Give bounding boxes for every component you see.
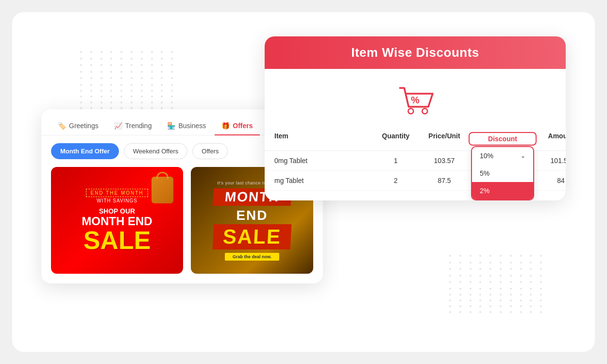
filter-offers[interactable]: Offers bbox=[192, 143, 228, 159]
promo1-bag bbox=[152, 177, 173, 203]
greetings-icon: 🏷️ bbox=[58, 122, 66, 130]
dots-bottom-right: const dbr = document.querySelector('.dot… bbox=[449, 255, 546, 313]
table-body: 0mg Tablet 1 103.57 10% ⌄ 5% bbox=[265, 151, 566, 191]
page-container: const dtl = document.querySelector('.dot… bbox=[12, 12, 595, 352]
tab-greetings[interactable]: 🏷️ Greetings bbox=[51, 117, 105, 135]
discounts-header: Item Wise Discounts bbox=[265, 36, 566, 69]
trending-icon: 📈 bbox=[114, 122, 122, 130]
table-row: 0mg Tablet 1 103.57 10% ⌄ 5% bbox=[265, 151, 566, 171]
td-item-2: mg Tablet bbox=[274, 177, 371, 184]
filter-weekend[interactable]: Weekend Offers bbox=[124, 143, 187, 159]
th-amount: Amount bbox=[537, 132, 566, 146]
discounts-card: Item Wise Discounts % Item Quantity Pric… bbox=[265, 36, 566, 200]
promo2-line4: SALE bbox=[213, 224, 292, 249]
table-area: Item Quantity Price/Unit Discount Amount… bbox=[265, 127, 566, 200]
svg-point-0 bbox=[408, 109, 414, 114]
business-icon: 🏪 bbox=[167, 122, 175, 130]
promo1-line3: SHOP OUR bbox=[82, 207, 152, 215]
discounts-title: Item Wise Discounts bbox=[351, 45, 479, 60]
td-item-1: 0mg Tablet bbox=[274, 157, 371, 165]
svg-text:%: % bbox=[411, 95, 420, 105]
th-price-unit: Price/Unit bbox=[420, 132, 469, 146]
offers-icon: 🎁 bbox=[221, 122, 230, 130]
discount-option-10[interactable]: 10% ⌄ bbox=[472, 147, 533, 165]
tab-business[interactable]: 🏪 Business bbox=[160, 117, 213, 135]
promo1-bag-handle bbox=[156, 172, 169, 179]
cart-discount-icon: % bbox=[393, 81, 437, 119]
promo1-line5: SALE bbox=[82, 228, 152, 253]
discount-option-2[interactable]: 2% bbox=[472, 182, 533, 199]
th-item: Item bbox=[274, 132, 371, 146]
promo2-line3: END bbox=[213, 207, 291, 224]
td-price-1: 103.57 bbox=[420, 157, 469, 165]
td-amount-2: 84 bbox=[537, 177, 566, 184]
th-quantity: Quantity bbox=[371, 132, 420, 146]
promo1-line2: WITH SAVINGS bbox=[82, 198, 152, 203]
td-qty-1: 1 bbox=[371, 157, 420, 165]
promo1-line1: END THE MONTH bbox=[86, 189, 148, 197]
promo2-line5: Grab the deal now. bbox=[225, 253, 279, 261]
dots-top-left: const dtl = document.querySelector('.dot… bbox=[80, 51, 177, 109]
svg-point-1 bbox=[422, 109, 427, 114]
chevron-icon: ⌄ bbox=[521, 152, 525, 159]
td-qty-2: 2 bbox=[371, 177, 420, 184]
th-discount: Discount bbox=[469, 132, 537, 146]
promo-image-1: END THE MONTH WITH SAVINGS SHOP OUR MONT… bbox=[51, 167, 183, 274]
tab-trending[interactable]: 📈 Trending bbox=[107, 117, 159, 135]
filter-month-end[interactable]: Month End Offer bbox=[51, 143, 119, 159]
tab-offers[interactable]: 🎁 Offers bbox=[215, 117, 259, 135]
cart-icon-area: % bbox=[265, 69, 566, 127]
discount-option-5[interactable]: 5% bbox=[472, 165, 533, 182]
td-price-2: 87.5 bbox=[420, 177, 469, 184]
td-amount-1: 101.50 bbox=[537, 157, 566, 165]
discount-dropdown[interactable]: 10% ⌄ 5% 2% bbox=[471, 146, 534, 200]
